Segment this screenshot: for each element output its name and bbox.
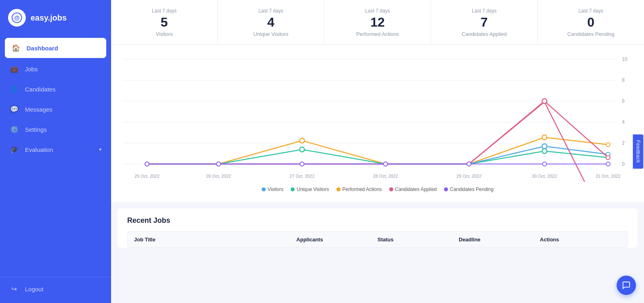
jobs-icon: 💼	[10, 64, 19, 73]
chat-button[interactable]	[617, 276, 636, 295]
chart-legend: Visitors Unique Visitors Performed Actio…	[123, 183, 632, 194]
col-actions: Actions	[540, 237, 621, 243]
svg-text:@: @	[14, 15, 20, 21]
feedback-tab[interactable]: Feedback	[633, 135, 644, 169]
svg-text:4: 4	[622, 119, 625, 125]
stat-visitors-value: 5	[161, 15, 168, 29]
evaluation-icon: 🎓	[10, 145, 19, 154]
svg-point-47	[542, 99, 547, 104]
stat-performed-actions-period: Last 7 days	[365, 8, 390, 14]
svg-text:30 Oct, 2022: 30 Oct, 2022	[532, 174, 557, 178]
svg-point-49	[145, 162, 149, 166]
stat-unique-visitors: Last 7 days 4 Unique Visitors	[218, 0, 324, 44]
candidates-icon: 👤	[10, 85, 19, 93]
svg-text:29 Oct, 2022: 29 Oct, 2022	[456, 174, 481, 178]
stat-candidates-pending: Last 7 days 0 Candidates Pending	[538, 0, 644, 44]
svg-point-51	[300, 162, 304, 166]
logout-icon: ↪	[10, 284, 19, 293]
logout-button[interactable]: ↪ Logout	[10, 284, 101, 293]
table-header: Job Title Applicants Status Deadline Act…	[127, 231, 628, 248]
legend-unique-visitors: Unique Visitors	[291, 187, 329, 192]
stat-candidates-pending-period: Last 7 days	[578, 8, 603, 14]
col-job-title: Job Title	[134, 237, 296, 243]
sidebar-nav: 🏠 Dashboard 💼 Jobs 👤 Candidates 💬 Messag…	[0, 35, 111, 277]
stat-visitors-period: Last 7 days	[152, 8, 176, 14]
sidebar-logo: @ easy.jobs	[0, 0, 111, 35]
svg-text:31 Oct, 2022: 31 Oct, 2022	[596, 174, 621, 178]
sidebar-item-messages-label: Messages	[25, 106, 52, 113]
stat-candidates-applied-label: Candidates Applied	[462, 31, 507, 37]
stat-candidates-pending-label: Candidates Pending	[567, 31, 614, 37]
sidebar-item-evaluation[interactable]: 🎓 Evaluation ▾	[0, 139, 111, 160]
messages-icon: 💬	[10, 105, 19, 114]
sidebar-item-settings[interactable]: ⚙️ Settings	[0, 119, 111, 139]
sidebar-item-jobs-label: Jobs	[25, 66, 38, 73]
logo-icon: @	[8, 9, 26, 27]
svg-text:28 Oct, 2022: 28 Oct, 2022	[373, 174, 398, 178]
svg-text:6: 6	[622, 98, 625, 104]
settings-icon: ⚙️	[10, 125, 19, 134]
stat-visitors: Last 7 days 5 Visitors	[111, 0, 218, 44]
stat-performed-actions: Last 7 days 12 Performed Actions	[324, 0, 431, 44]
col-status: Status	[378, 237, 459, 243]
legend-candidates-applied: Candidates Applied	[389, 187, 437, 192]
main-content: Last 7 days 5 Visitors Last 7 days 4 Uni…	[111, 0, 644, 303]
legend-unique-visitors-label: Unique Visitors	[297, 187, 329, 192]
stat-unique-visitors-period: Last 7 days	[258, 8, 283, 14]
chart-area: 10 8 6 4 2 0 25 Oct, 2022 26 Oct, 2022 2…	[111, 45, 644, 202]
legend-candidates-applied-label: Candidates Applied	[395, 187, 437, 192]
stat-unique-visitors-value: 4	[267, 15, 275, 29]
stat-candidates-applied-period: Last 7 days	[472, 8, 496, 14]
col-applicants: Applicants	[296, 237, 378, 243]
chevron-down-icon: ▾	[99, 147, 101, 152]
legend-candidates-pending-label: Candidates Pending	[450, 187, 493, 192]
sidebar-item-candidates[interactable]: 👤 Candidates	[0, 79, 111, 99]
svg-text:8: 8	[622, 77, 625, 83]
sidebar-item-dashboard[interactable]: 🏠 Dashboard	[5, 38, 106, 58]
sidebar: @ easy.jobs 🏠 Dashboard 💼 Jobs 👤 Candida…	[0, 0, 111, 303]
stat-performed-actions-label: Performed Actions	[356, 31, 399, 37]
svg-text:27 Oct, 2022: 27 Oct, 2022	[289, 174, 314, 178]
stats-row: Last 7 days 5 Visitors Last 7 days 4 Uni…	[111, 0, 644, 45]
svg-point-53	[467, 162, 471, 166]
sidebar-footer: ↪ Logout	[0, 277, 111, 303]
legend-visitors-label: Visitors	[268, 187, 283, 192]
svg-point-40	[542, 144, 547, 149]
sidebar-item-messages[interactable]: 💬 Messages	[0, 99, 111, 119]
legend-candidates-applied-dot	[389, 187, 393, 191]
legend-visitors-dot	[262, 187, 266, 191]
chart-container: 10 8 6 4 2 0 25 Oct, 2022 26 Oct, 2022 2…	[123, 53, 632, 198]
svg-point-55	[606, 162, 610, 166]
legend-performed-actions-label: Performed Actions	[343, 187, 382, 192]
home-icon: 🏠	[11, 44, 20, 52]
svg-point-33	[542, 149, 547, 154]
svg-text:25 Oct, 2022: 25 Oct, 2022	[134, 174, 159, 178]
logout-label: Logout	[25, 286, 43, 293]
stat-performed-actions-value: 12	[370, 15, 385, 29]
recent-jobs-section: Recent Jobs Job Title Applicants Status …	[118, 208, 638, 248]
sidebar-item-settings-label: Settings	[25, 126, 47, 133]
sidebar-item-jobs[interactable]: 💼 Jobs	[0, 59, 111, 79]
svg-point-30	[299, 147, 304, 152]
svg-text:2: 2	[622, 140, 625, 146]
stat-visitors-label: Visitors	[156, 31, 173, 37]
stat-unique-visitors-label: Unique Visitors	[253, 31, 288, 37]
legend-visitors: Visitors	[262, 187, 283, 192]
svg-point-26	[542, 135, 547, 140]
recent-jobs-title: Recent Jobs	[127, 216, 628, 225]
logo-text: easy.jobs	[31, 13, 67, 23]
svg-point-23	[299, 138, 304, 143]
col-deadline: Deadline	[459, 237, 540, 243]
sidebar-item-dashboard-label: Dashboard	[27, 45, 58, 52]
svg-text:26 Oct, 2022: 26 Oct, 2022	[206, 174, 231, 178]
svg-text:10: 10	[622, 56, 627, 62]
stat-candidates-applied: Last 7 days 7 Candidates Applied	[431, 0, 538, 44]
chart-svg: 10 8 6 4 2 0 25 Oct, 2022 26 Oct, 2022 2…	[123, 53, 632, 182]
legend-unique-visitors-dot	[291, 187, 295, 191]
legend-candidates-pending-dot	[444, 187, 448, 191]
svg-point-27	[606, 143, 610, 147]
svg-text:0: 0	[622, 161, 625, 167]
legend-performed-actions-dot	[336, 187, 341, 191]
svg-point-52	[384, 162, 388, 166]
svg-point-50	[217, 162, 221, 166]
